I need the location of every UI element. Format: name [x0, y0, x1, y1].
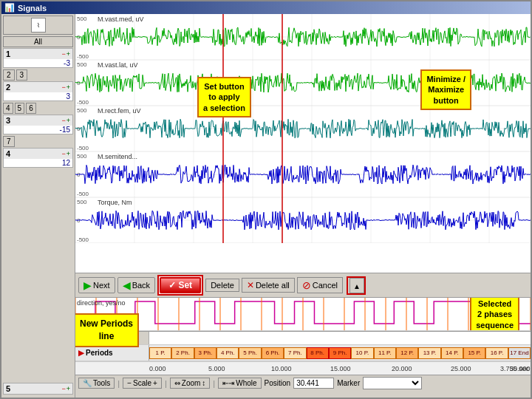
- content-area: ⌇ All 1 − + -3 2 3: [1, 14, 531, 398]
- set-icon: ✓: [168, 280, 176, 290]
- period-block-8[interactable]: 9 Ph.: [329, 347, 351, 359]
- toolbar-bar: ▶ Next ◀ Back ✓ Set Delete: [75, 273, 531, 298]
- periods-label: ▶ Periods: [75, 345, 149, 361]
- tick-15: 15.000: [330, 365, 351, 372]
- tick-end: 3.755 sec: [500, 365, 529, 372]
- title-bar: 📊 Signals: [1, 1, 531, 14]
- periods-arrow: ▶: [78, 349, 84, 357]
- ch1-minus[interactable]: −: [61, 50, 65, 58]
- ch5-plus[interactable]: +: [66, 385, 70, 392]
- cancel-icon: ⊘: [302, 279, 311, 291]
- tools-button[interactable]: 🔧 Tools: [78, 378, 115, 389]
- ch2-minus[interactable]: −: [61, 83, 65, 91]
- status-bar: 🔧 Tools | − Scale + | ⇔ Zoom ↕: [75, 375, 531, 391]
- channel-1-group: 1 − + -3: [3, 48, 73, 68]
- row-4-btn[interactable]: 4: [3, 103, 13, 114]
- delete-all-icon: ✕: [247, 280, 254, 290]
- ch3-plus[interactable]: +: [66, 117, 70, 124]
- sidebar: ⌇ All 1 − + -3 2 3: [1, 14, 75, 398]
- minimize-annotation: Minimize / Maximize button: [420, 69, 471, 110]
- period-block-11[interactable]: 12 P.: [396, 347, 418, 359]
- ch4-value: 12: [4, 159, 72, 167]
- markers-row: Markers: [75, 332, 531, 345]
- direction-signal-row: direction, yes/no 408 Selected 2 phases …: [75, 298, 531, 331]
- channel-1-num: 1: [6, 50, 10, 58]
- channel-3-group: 3 − + -15: [3, 115, 73, 134]
- new-periods-annotation: New Periods line: [75, 313, 139, 347]
- period-block-16[interactable]: 17 End: [508, 347, 531, 359]
- period-block-0[interactable]: 1 P.: [149, 347, 171, 359]
- status-separator-2: |: [165, 379, 167, 388]
- ch1-plus[interactable]: +: [66, 50, 70, 58]
- tools-icon: 🔧: [83, 379, 92, 387]
- waveform-icon-btn[interactable]: ⌇: [31, 18, 46, 33]
- tick-10: 10.000: [271, 365, 292, 372]
- window-icon: 📊: [4, 3, 15, 13]
- period-block-6[interactable]: 7 Ph.: [284, 347, 306, 359]
- channel-5-num: 5: [6, 384, 10, 393]
- marker-label: Marker: [337, 379, 360, 387]
- period-block-1[interactable]: 2 Ph.: [171, 347, 194, 359]
- period-block-14[interactable]: 15 P.: [463, 347, 485, 359]
- row-7-btn[interactable]: 7: [3, 136, 15, 147]
- ch5-minus[interactable]: −: [61, 385, 65, 392]
- status-separator-1: |: [117, 379, 120, 388]
- period-block-12[interactable]: 13 P.: [418, 347, 440, 359]
- chart-area[interactable]: Set button to apply a selection Minimize…: [75, 14, 531, 273]
- all-button[interactable]: All: [3, 36, 73, 47]
- ch4-minus[interactable]: −: [61, 150, 65, 157]
- set-button[interactable]: ✓ Set: [160, 277, 201, 293]
- period-block-3[interactable]: 4 Ph.: [216, 347, 239, 359]
- main-window: 📊 Signals ⌇ All 1 − +: [0, 0, 532, 399]
- period-block-4[interactable]: 5 Ph.: [239, 347, 261, 359]
- period-block-9[interactable]: 10 P.: [351, 347, 373, 359]
- marker-select[interactable]: [363, 377, 422, 389]
- row-6-btn[interactable]: 6: [26, 103, 36, 114]
- selected-phases-annotation: Selected 2 phases sequence: [470, 298, 519, 331]
- zoom-button[interactable]: ⇔ Zoom ↕: [170, 378, 211, 389]
- channel-3-num: 3: [6, 116, 10, 125]
- ch3-value: -15: [4, 126, 72, 134]
- chart-container: Set button to apply a selection Minimize…: [75, 14, 531, 398]
- ch3-minus[interactable]: −: [61, 117, 65, 124]
- bottom-area: New Periods line Markers ▶ Periods: [75, 331, 531, 398]
- channel-5-group: 5 − +: [3, 383, 73, 395]
- ch4-plus[interactable]: +: [66, 150, 70, 157]
- position-label: Position: [265, 379, 291, 387]
- delete-all-button[interactable]: ✕ Delete all: [242, 278, 295, 293]
- cancel-button[interactable]: ⊘ Cancel: [297, 277, 343, 293]
- direction-signal-label: direction, yes/no: [77, 299, 126, 307]
- delete-button[interactable]: Delete: [205, 279, 239, 292]
- row-2-btn[interactable]: 2: [3, 69, 15, 81]
- period-block-5[interactable]: 6 Ph.: [262, 347, 284, 359]
- channel-2-num: 2: [6, 83, 10, 92]
- back-button[interactable]: ◀ Back: [117, 277, 155, 293]
- set-button-annotation: Set button to apply a selection: [197, 77, 251, 117]
- periods-track[interactable]: 1 P.2 Ph.3 Ph.4 Ph.5 Ph.6 Ph.7 Ph.8 Ph.9…: [149, 347, 531, 359]
- minimize-button[interactable]: ▲: [349, 278, 364, 293]
- tick-0: 0.000: [149, 365, 166, 372]
- next-button[interactable]: ▶ Next: [78, 277, 115, 293]
- scale-minus-icon: −: [127, 379, 132, 387]
- row-5-btn[interactable]: 5: [15, 103, 25, 114]
- ch1-value: -3: [4, 59, 72, 67]
- period-block-15[interactable]: 16 P.: [485, 347, 508, 359]
- period-block-7[interactable]: 8 Ph.: [307, 347, 329, 359]
- timeline-axis: 0.000 5.000 10.000 15.000 20.000 25.000 …: [75, 361, 531, 375]
- zoom-icon: ⇔: [174, 379, 180, 387]
- channel-4-group: 4 − + 12: [3, 148, 73, 168]
- period-block-13[interactable]: 14 P.: [441, 347, 463, 359]
- period-block-10[interactable]: 11 P.: [374, 347, 396, 359]
- whole-button[interactable]: ⇤⇥ Whole: [218, 378, 261, 389]
- channel-4-num: 4: [6, 149, 10, 158]
- position-input[interactable]: [293, 378, 334, 389]
- minimize-button-wrap: ▲: [347, 276, 366, 295]
- zoom-arrow: ↕: [202, 379, 205, 387]
- period-block-2[interactable]: 3 Ph.: [194, 347, 216, 359]
- minimize-icon: ▲: [353, 282, 361, 290]
- scale-button[interactable]: − Scale +: [123, 378, 162, 389]
- row-3-btn[interactable]: 3: [16, 69, 28, 81]
- scale-plus-icon: +: [153, 379, 157, 387]
- periods-row: ▶ Periods 1 P.2 Ph.3 Ph.4 Ph.5 Ph.6 Ph.7…: [75, 345, 531, 361]
- ch2-plus[interactable]: +: [66, 83, 70, 91]
